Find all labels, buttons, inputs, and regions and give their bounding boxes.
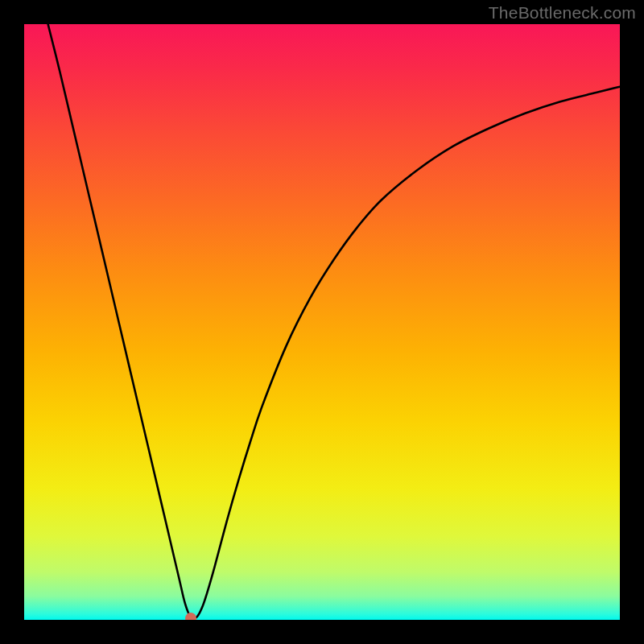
chart-frame: TheBottleneck.com xyxy=(0,0,644,644)
bottleneck-curve xyxy=(24,24,620,620)
optimal-point-marker xyxy=(185,613,196,620)
watermark-text: TheBottleneck.com xyxy=(489,3,636,23)
plot-area xyxy=(24,24,620,620)
